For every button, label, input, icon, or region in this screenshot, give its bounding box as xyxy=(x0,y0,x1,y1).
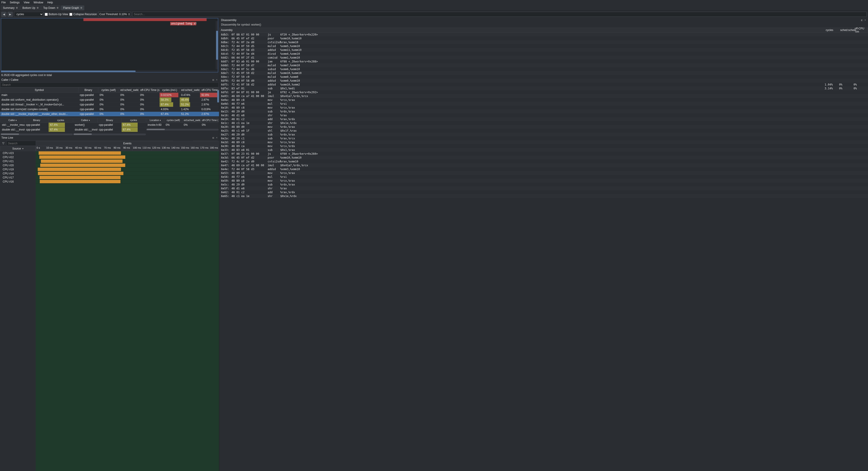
asm-row[interactable]: 6e53:48 89 c8mov%rcx,%rax xyxy=(219,171,868,175)
cost-threshold-spinner[interactable]: Cost Threshold: 0.10%▲▼ xyxy=(98,12,131,17)
asm-row[interactable]: 6e20:48 89 d0mov%rdx,%rax xyxy=(219,125,868,129)
caller-callee-search-input[interactable] xyxy=(0,82,219,87)
asm-row[interactable]: 6e2d:48 89 c8mov%rcx,%rax xyxy=(219,140,868,144)
panel-close-icon[interactable]: ✕ xyxy=(216,137,218,139)
collapse-recursion-checkbox[interactable]: Collapse Recursion xyxy=(69,13,97,16)
asm-row[interactable]: 6db9:66 45 0f ef d2pxor%xmm10,%xmm10 xyxy=(219,36,868,40)
caller-callee-table[interactable]: SymbolBinarycycles (self)ed:sched_switch… xyxy=(0,87,219,118)
asm-row[interactable]: 6dd7:0f 83 ab 01 00 00jae6f88 <_Z6worker… xyxy=(219,59,868,63)
column-header[interactable]: cycles (incl.) xyxy=(160,88,180,93)
timeline-lane[interactable] xyxy=(36,155,219,159)
flame-graph[interactable]: std::__detail::_Modunsigned long std::do… xyxy=(1,18,218,72)
asm-row[interactable]: 6e1c:48 c1 ea 1eshr$0x1e,%rdx xyxy=(219,121,868,125)
tab-bottom-up[interactable]: Bottom Up⊗ xyxy=(20,5,41,10)
asm-row[interactable]: 6e2a:48 29 c1sub%rax,%rcx xyxy=(219,137,868,140)
column-header[interactable]: off-CPU Time (self) xyxy=(139,88,160,93)
table-row[interactable]: std::__invoke_resultcpp-parallel67.4% xyxy=(1,123,73,127)
table-row[interactable]: double std::__invoke_implcpp-parallel67.… xyxy=(73,127,146,132)
asm-row[interactable]: 6e42:f2 4c 0f 2a d0cvtsi2sd%rax,%xmm10 xyxy=(219,159,868,163)
location-table[interactable]: Location ▾cycles (self)ed:sched_switch (… xyxy=(146,118,219,127)
menu-help[interactable]: Help xyxy=(47,1,53,4)
menubar[interactable]: FileSettingsViewWindowHelp xyxy=(0,0,868,5)
asm-row[interactable]: 6ddd:f2 44 0f 59 d7mulsd%xmm7,%xmm10 xyxy=(219,63,868,67)
caller-hscroll[interactable] xyxy=(1,134,19,135)
asm-row[interactable]: 6e59:48 89 c8mov%rcx,%rax xyxy=(219,179,868,182)
tab-flame-graph[interactable]: Flame Graph⊗ xyxy=(61,5,84,10)
panel-float-icon[interactable]: ◧ xyxy=(213,79,215,81)
column-header[interactable]: Binary xyxy=(79,88,98,93)
asm-row[interactable]: 6e65:48 c1 ea 1eshr$0x1e,%rdx xyxy=(219,194,868,198)
asm-row[interactable]: 6dec:f2 0f 59 c0mulsd%xmm0,%xmm0 xyxy=(219,75,868,79)
metric-select[interactable]: cycles xyxy=(14,12,43,17)
timeline-lane[interactable] xyxy=(36,168,219,172)
table-row[interactable]: double std::__invoke_implcpp-parallel67.… xyxy=(1,127,73,132)
asm-row[interactable]: 6dc8:f2 45 0f 58 d3addsd%xmm11,%xmm10 xyxy=(219,48,868,52)
tab-top-down[interactable]: Top Down⊗ xyxy=(41,5,61,10)
cpu-row-label[interactable]: CPU #20 xyxy=(0,163,36,168)
table-row[interactable]: double std::uniform_real_distribution::o… xyxy=(0,97,219,102)
nav-back-button[interactable]: ◀ xyxy=(1,12,6,17)
flame-minimap[interactable] xyxy=(1,18,217,21)
source-column-header[interactable]: Source▾ xyxy=(0,146,36,151)
nav-forward-button[interactable]: ▶ xyxy=(8,12,13,17)
asm-row[interactable]: 6e33:48 83 e8 01sub$0x1,%rax xyxy=(219,148,868,152)
asm-row[interactable]: 6df5:f2 41 0f 58 d2addsd%xmm10,%xmm21.04… xyxy=(219,83,868,86)
panel-close-icon[interactable]: ✕ xyxy=(216,79,218,81)
callee-hscroll[interactable] xyxy=(74,134,92,135)
cpu-row-label[interactable]: CPU #21 xyxy=(0,159,36,163)
cpu-row-label[interactable]: CPU #17 xyxy=(0,176,36,180)
column-header[interactable]: ed:sched_switch (s xyxy=(119,88,139,93)
menu-window[interactable]: Window xyxy=(34,1,43,4)
menu-settings[interactable]: Settings xyxy=(10,1,20,4)
column-header[interactable]: Symbol xyxy=(0,88,79,93)
panel-float-icon[interactable]: ◧ xyxy=(213,137,215,139)
asm-row[interactable]: 6e56:48 f7 e6mul%rsi xyxy=(219,175,868,179)
asm-table[interactable]: 6db3:0f 88 67 01 00 00js6f20 <_Z6workerv… xyxy=(219,33,868,471)
column-header[interactable]: off-CPU Time (incl. xyxy=(200,88,219,93)
tab-summary[interactable]: Summary⊗ xyxy=(1,5,20,10)
asm-row[interactable]: 6e16:48 d1 e8shr%rax xyxy=(219,113,868,117)
flame-search-input[interactable] xyxy=(132,12,867,17)
asm-row[interactable]: 6dc3:f2 44 0f 59 d5mulsd%xmm5,%xmm10 xyxy=(219,44,868,48)
flame-frame[interactable]: unsigned long std:: xyxy=(170,22,196,25)
timeline-lane[interactable] xyxy=(36,159,219,163)
asm-row[interactable]: 6e3d:66 45 0f ef d2pxor%xmm10,%xmm10 xyxy=(219,156,868,159)
asm-row[interactable]: 6e5c:48 29 d0sub%rdx,%rax xyxy=(219,182,868,186)
asm-row[interactable]: 6e19:48 01 c2add%rax,%rdx xyxy=(219,117,868,121)
timeline-lane[interactable] xyxy=(36,172,219,176)
asm-row[interactable]: 6e30:48 89 camov%rcx,%rdx xyxy=(219,144,868,148)
loc-hscroll[interactable] xyxy=(147,129,165,130)
flame-hscroll[interactable] xyxy=(1,70,135,72)
asm-row[interactable]: 6db3:0f 88 67 01 00 00js6f20 <_Z6workerv… xyxy=(219,33,868,36)
asm-row[interactable]: 6dbe:f2 4c 0f 2a d0cvtsi2sd%rax,%xmm10 xyxy=(219,40,868,44)
panel-close-icon[interactable]: ✕ xyxy=(864,19,866,21)
cpu-row-label[interactable]: CPU #18 xyxy=(0,172,36,176)
table-row[interactable]: double std::norm(std::complex const&)cpp… xyxy=(0,107,219,112)
table-row[interactable]: maincpp-parallel0%0%0%0.0232%0.474%92.8% xyxy=(0,93,219,97)
asm-row[interactable]: 6e4e:f2 44 0f 58 d3addsd%xmm3,%xmm10 xyxy=(219,167,868,171)
table-row[interactable]: double std::__invoke_impl(std::__invoke_… xyxy=(0,112,219,117)
cpu-row-label[interactable]: CPU #19 xyxy=(0,168,36,172)
asm-row[interactable]: 6dcd:f2 44 0f 5e d4divsd%xmm4,%xmm10 xyxy=(219,52,868,56)
asm-row[interactable]: 6e13:48 29 d0sub%rdx,%rax xyxy=(219,110,868,113)
menu-file[interactable]: File xyxy=(1,1,6,4)
close-icon[interactable]: ⊗ xyxy=(37,6,39,9)
timeline-lane[interactable] xyxy=(36,176,219,180)
panel-float-icon[interactable]: ◧ xyxy=(861,19,863,21)
flame-vscroll[interactable] xyxy=(216,31,218,60)
table-row[interactable]: dl_mainld-2.32.so0%0%0%0.0409%0%0% xyxy=(0,117,219,118)
timeline-lane[interactable] xyxy=(36,180,219,184)
close-icon[interactable]: ⊗ xyxy=(16,6,18,9)
spin-down-icon[interactable]: ▼ xyxy=(128,14,130,16)
asm-row[interactable]: 6df0:f2 44 0f 58 d0addsd%xmm0,%xmm10 xyxy=(219,79,868,83)
asm-row[interactable]: 6dfd:0f 84 8f 01 00 00je6f92 <_Z6workerv… xyxy=(219,90,868,94)
bottom-up-checkbox[interactable]: Bottom-Up View xyxy=(45,13,68,16)
table-row[interactable]: double std::thread::_Invoker >::_M_invok… xyxy=(0,102,219,107)
asm-row[interactable]: 6e5f:48 d1 e8shr%rax xyxy=(219,186,868,190)
timeline-chart[interactable]: Events 0 s10 ms20 ms30 ms40 ms50 ms60 ms… xyxy=(36,146,219,471)
close-icon[interactable]: ⊗ xyxy=(57,6,59,9)
table-row[interactable]: worker()cpp-parallel67.4% xyxy=(73,123,146,127)
asm-row[interactable]: 6e0a:48 89 c8mov%rcx,%rax xyxy=(219,98,868,102)
asm-row[interactable]: 6e23:48 c1 e0 1fshl$0x1f,%rax xyxy=(219,129,868,133)
asm-row[interactable]: 6e37:0f 88 23 01 00 00js6f60 <_Z6workerv… xyxy=(219,152,868,156)
